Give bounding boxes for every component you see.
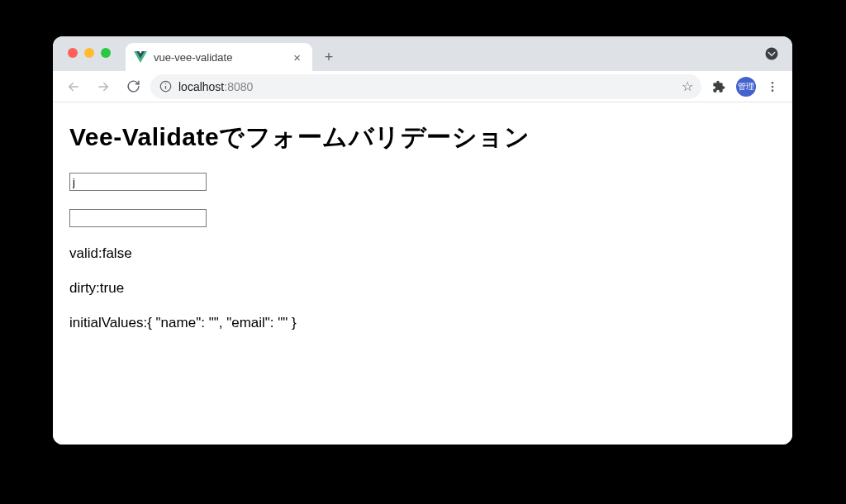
bookmark-star-icon[interactable]: ☆ [682, 78, 693, 94]
address-bar[interactable]: localhost:8080 ☆ [150, 74, 701, 99]
extensions-button[interactable] [706, 74, 731, 99]
svg-point-0 [766, 48, 778, 60]
profile-avatar[interactable]: 管理 [736, 77, 756, 97]
browser-window: vue-vee-validate × + localhost:8080 [53, 36, 792, 445]
url-text: localhost:8080 [178, 80, 253, 93]
email-input[interactable] [69, 209, 207, 227]
window-close-button[interactable] [68, 48, 78, 58]
forward-button[interactable] [91, 74, 116, 99]
new-tab-button[interactable]: + [317, 45, 340, 69]
back-button[interactable] [61, 74, 86, 99]
site-info-icon[interactable] [159, 80, 172, 93]
initial-values-status: initialValues:{ "name": "", "email": "" … [69, 315, 776, 331]
reload-button[interactable] [121, 74, 145, 99]
valid-status: valid:false [69, 245, 776, 262]
browser-tab[interactable]: vue-vee-validate × [126, 43, 312, 71]
vue-logo-icon [134, 50, 147, 64]
window-minimize-button[interactable] [84, 48, 94, 58]
menu-button[interactable] [761, 75, 784, 98]
page-heading: Vee-Validateでフォームバリデーション [69, 121, 776, 155]
page-content: Vee-Validateでフォームバリデーション valid:false dir… [53, 102, 792, 445]
dirty-status: dirty:true [69, 280, 776, 297]
svg-point-4 [772, 82, 774, 84]
svg-point-6 [772, 89, 774, 92]
titlebar: vue-vee-validate × + [53, 36, 792, 71]
toolbar: localhost:8080 ☆ 管理 [53, 71, 792, 102]
window-controls [68, 48, 111, 58]
name-input[interactable] [69, 173, 207, 191]
svg-point-3 [164, 83, 165, 84]
tab-close-icon[interactable]: × [290, 50, 304, 65]
tab-title: vue-vee-validate [154, 51, 290, 64]
svg-point-5 [772, 85, 774, 88]
window-zoom-button[interactable] [101, 48, 111, 58]
chevron-down-circle-icon[interactable] [764, 46, 779, 61]
